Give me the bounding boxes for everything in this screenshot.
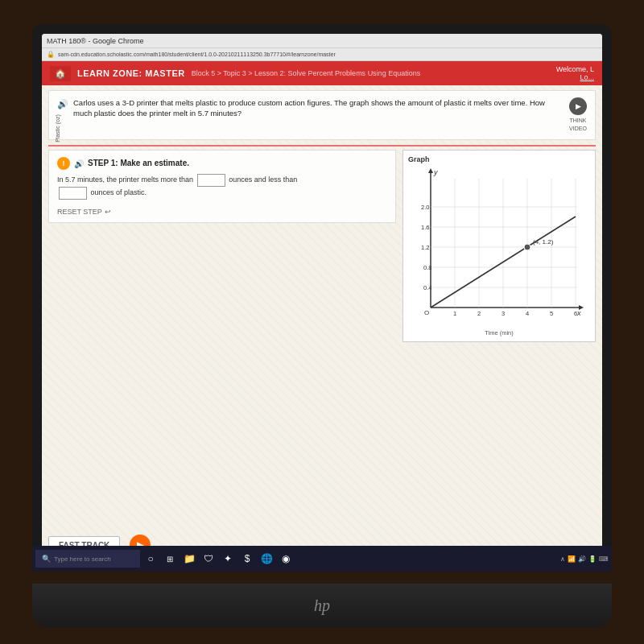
x-axis-label: Time (min) bbox=[485, 329, 514, 336]
play-icon: ▶ bbox=[569, 97, 587, 115]
laptop-bezel: MATH 180® - Google Chrome 🔒 sam-cdn.educ… bbox=[32, 24, 612, 572]
step1-sound-icon[interactable]: 🔊 bbox=[74, 159, 84, 168]
screen: MATH 180® - Google Chrome 🔒 sam-cdn.educ… bbox=[42, 34, 602, 562]
taskbar-icon-star[interactable]: ✦ bbox=[219, 550, 237, 562]
problem-text: Carlos uses a 3-D printer that melts pla… bbox=[73, 97, 564, 119]
graph-title: Graph bbox=[408, 155, 590, 163]
url-bar: 🔒 sam-cdn.education.scholastic.com/math1… bbox=[42, 48, 602, 61]
step1-line1-suffix: ounces and less than bbox=[229, 175, 297, 184]
welcome-text: Welcome, L bbox=[556, 65, 594, 73]
taskbar: 🔍 Type here to search ○ ⊞ 📁 🛡 ✦ $ 🌐 ◉ ∧ … bbox=[42, 546, 602, 562]
svg-text:0.8: 0.8 bbox=[423, 264, 431, 271]
step1-box: ! 🔊 STEP 1: Make an estimate. In 5.7 min… bbox=[48, 150, 396, 223]
chart-svg: y x O bbox=[408, 167, 585, 328]
browser-title: MATH 180® - Google Chrome bbox=[47, 37, 144, 45]
svg-text:O: O bbox=[424, 309, 429, 316]
svg-marker-2 bbox=[428, 168, 433, 173]
taskbar-icon-grid[interactable]: ⊞ bbox=[161, 550, 179, 562]
page-title: LEARN ZONE: MASTER bbox=[77, 68, 185, 78]
step1-header: ! 🔊 STEP 1: Make an estimate. bbox=[57, 157, 387, 170]
taskbar-wifi: 📶 bbox=[568, 555, 576, 563]
taskbar-icon-shield[interactable]: 🛡 bbox=[200, 550, 217, 562]
svg-text:(4, 1.2): (4, 1.2) bbox=[533, 238, 554, 246]
taskbar-right: ∧ 📶 🔊 🔋 ⌨ bbox=[560, 555, 602, 563]
right-column: Graph y bbox=[402, 150, 596, 559]
svg-text:6: 6 bbox=[574, 310, 577, 317]
svg-text:4: 4 bbox=[526, 310, 529, 317]
learn-zone-header: 🏠 LEARN ZONE: MASTER Block 5 > Topic 3 >… bbox=[42, 61, 602, 85]
svg-text:1.2: 1.2 bbox=[421, 244, 429, 251]
svg-text:1: 1 bbox=[453, 310, 456, 317]
home-icon: 🏠 bbox=[55, 68, 66, 78]
svg-point-30 bbox=[524, 244, 530, 250]
svg-text:1.6: 1.6 bbox=[421, 224, 429, 231]
search-icon: 🔍 bbox=[42, 555, 51, 562]
taskbar-icon-globe[interactable]: 🌐 bbox=[258, 550, 275, 562]
axis-labels: Plastic (oz) Time (min) bbox=[408, 329, 590, 336]
graph-container: Graph y bbox=[402, 150, 596, 342]
taskbar-icon-folder[interactable]: 📁 bbox=[180, 550, 198, 562]
main-columns: ! 🔊 STEP 1: Make an estimate. In 5.7 min… bbox=[42, 147, 602, 562]
lock-icon: 🔒 bbox=[47, 51, 55, 58]
reset-step-button[interactable]: RESET STEP ↩ bbox=[57, 208, 387, 216]
svg-text:2.0: 2.0 bbox=[421, 204, 429, 211]
hp-logo: hp bbox=[314, 597, 330, 615]
svg-text:y: y bbox=[433, 168, 438, 176]
taskbar-search[interactable]: 🔍 Type here to search bbox=[42, 550, 140, 562]
step1-content: In 5.7 minutes, the printer melts more t… bbox=[57, 174, 387, 200]
think-video-label: THINKVIDEO bbox=[569, 117, 587, 133]
svg-text:5: 5 bbox=[550, 310, 553, 317]
breadcrumb: Block 5 > Topic 3 > Lesson 2: Solve Perc… bbox=[192, 69, 421, 77]
step1-title: STEP 1: Make an estimate. bbox=[88, 159, 189, 167]
svg-text:0.4: 0.4 bbox=[423, 284, 431, 291]
laptop-bottom: hp bbox=[32, 584, 612, 628]
step1-line1-prefix: In 5.7 minutes, the printer melts more t… bbox=[57, 175, 193, 184]
svg-text:2: 2 bbox=[477, 310, 481, 317]
step1-input2[interactable] bbox=[59, 187, 87, 200]
step1-number: ! bbox=[57, 157, 70, 170]
taskbar-keyboard: ⌨ bbox=[599, 555, 602, 563]
y-axis-label: Plastic (oz) bbox=[55, 114, 60, 142]
svg-text:3: 3 bbox=[502, 310, 505, 317]
url-text: sam-cdn.education.scholastic.com/math180… bbox=[58, 52, 336, 57]
graph-area: y x O bbox=[408, 167, 585, 328]
think-video-button[interactable]: ▶ THINKVIDEO bbox=[569, 97, 587, 133]
taskbar-sound: 🔊 bbox=[578, 555, 586, 563]
left-column: ! 🔊 STEP 1: Make an estimate. In 5.7 min… bbox=[48, 150, 402, 559]
content-area: 🔊 Carlos uses a 3-D printer that melts p… bbox=[42, 85, 602, 562]
taskbar-icon-dollar[interactable]: $ bbox=[238, 550, 256, 562]
home-button[interactable]: 🏠 bbox=[50, 66, 71, 81]
reset-step-label: RESET STEP bbox=[57, 208, 102, 216]
logout-link[interactable]: Lo... bbox=[556, 73, 594, 81]
reset-icon: ↩ bbox=[105, 208, 111, 216]
taskbar-icon-circle[interactable]: ○ bbox=[142, 550, 159, 562]
step1-input1[interactable] bbox=[197, 174, 225, 187]
problem-section: 🔊 Carlos uses a 3-D printer that melts p… bbox=[48, 90, 596, 140]
taskbar-icon-chrome[interactable]: ◉ bbox=[277, 550, 295, 562]
sound-icon[interactable]: 🔊 bbox=[57, 98, 68, 110]
taskbar-arrow-up: ∧ bbox=[560, 555, 565, 563]
search-placeholder: Type here to search bbox=[54, 555, 111, 563]
taskbar-battery: 🔋 bbox=[588, 555, 597, 563]
step1-line2-suffix: ounces of plastic. bbox=[91, 188, 147, 196]
browser-title-bar: MATH 180® - Google Chrome bbox=[42, 34, 602, 48]
welcome-area: Welcome, L Lo... bbox=[556, 65, 594, 81]
